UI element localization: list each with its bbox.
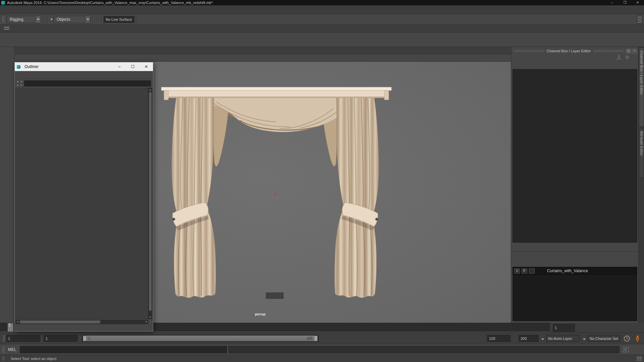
panel-drag-handle[interactable]: [593, 50, 624, 52]
outliner-menu-bar: [15, 71, 153, 79]
range-slider-bar[interactable]: 1 120: [83, 336, 318, 341]
playback-start-field[interactable]: 1: [44, 335, 78, 342]
outliner-title: Outliner: [24, 64, 39, 69]
range-start-handle[interactable]: [83, 336, 87, 341]
character-set-selector[interactable]: No Character Set: [588, 335, 620, 342]
mask-mode-arrow-icon[interactable]: [50, 19, 53, 21]
layer-list: V P Curtains_with_Valance: [513, 267, 637, 321]
character-set-dropdown-icon[interactable]: [583, 339, 586, 341]
layer-editor: V P Curtains_with_Valance: [511, 243, 638, 323]
menu-set-selector[interactable]: Rigging: [7, 16, 41, 23]
close-button[interactable]: ✕: [631, 0, 644, 5]
layer-playback-toggle[interactable]: P: [522, 268, 527, 274]
command-input[interactable]: [20, 346, 227, 353]
range-end-handle[interactable]: [314, 336, 318, 341]
outliner-horizontal-scrollbar[interactable]: [15, 320, 148, 324]
close-icon[interactable]: ✕: [632, 49, 637, 53]
scroll-left-icon[interactable]: [16, 320, 19, 323]
command-line: MEL: [0, 344, 644, 355]
outliner-minimize-button[interactable]: –: [113, 64, 126, 69]
scroll-down-icon[interactable]: [149, 315, 152, 319]
script-editor-icon[interactable]: [623, 347, 629, 352]
selection-mask-selector[interactable]: Objects: [54, 16, 91, 23]
anim-layer-dropdown-icon[interactable]: [541, 339, 544, 341]
help-line-handle[interactable]: [2, 356, 5, 361]
panel-drag-handle[interactable]: [514, 50, 544, 52]
panel-header: Channel Box / Layer Editor ✕: [511, 48, 638, 54]
minimize-button[interactable]: –: [606, 0, 619, 5]
scroll-up-icon[interactable]: [149, 88, 152, 92]
selection-filter-icon[interactable]: [17, 81, 22, 86]
animation-end-field[interactable]: 200: [519, 335, 539, 342]
animation-preferences-icon[interactable]: [633, 335, 641, 343]
maya-logo-icon: [1, 1, 5, 5]
layer-color-swatch[interactable]: [538, 268, 544, 274]
outliner-window[interactable]: Outliner – ☐ ✕: [15, 62, 153, 331]
outliner-close-button[interactable]: ✕: [140, 64, 153, 69]
channel-box-content[interactable]: [513, 69, 637, 243]
window-title: Autodesk Maya 2016: C:\Users\Torezone\De…: [7, 1, 213, 5]
panel-title: Channel Box / Layer Editor: [547, 49, 591, 53]
horizontal-scroll-thumb[interactable]: [20, 320, 100, 323]
outliner-search-input[interactable]: [24, 80, 151, 86]
side-tab-attribute-editor[interactable]: Attribute Editor: [639, 128, 644, 178]
viewport-camera-label: persp: [255, 312, 266, 316]
speed-state-icon[interactable]: [625, 55, 630, 60]
auto-keyframe-icon[interactable]: [623, 335, 631, 342]
range-slider-row: 1 1 1 120 120 200 No Anim Layer No Chara…: [0, 333, 644, 344]
ui-elements-toggle-icon[interactable]: [637, 15, 643, 24]
outliner-tree[interactable]: [15, 88, 148, 319]
command-line-handle[interactable]: [2, 346, 5, 353]
layer-visibility-toggle[interactable]: V: [514, 268, 520, 274]
command-result: [228, 346, 620, 353]
range-end-label: 120: [307, 337, 312, 340]
command-line-mode-label[interactable]: MEL: [8, 347, 16, 352]
status-line: Rigging Objects No Live Surface: [0, 14, 644, 25]
layer-row[interactable]: V P Curtains_with_Valance: [513, 267, 637, 275]
shelf-menu-icon[interactable]: [4, 26, 11, 31]
outliner-search-row: [15, 79, 153, 88]
current-frame-field[interactable]: 1: [553, 324, 575, 332]
playback-end-field[interactable]: 120: [487, 335, 511, 342]
layer-name[interactable]: Curtains_with_Valance: [547, 268, 588, 273]
help-line: Select Tool: select an object: [0, 355, 644, 362]
layer-display-type-toggle[interactable]: [529, 268, 535, 274]
main-menu-bar: [0, 5, 644, 14]
outliner-title-bar[interactable]: Outliner – ☐ ✕: [15, 62, 153, 71]
chevron-down-icon: [85, 16, 90, 23]
manipulator-axis-icon[interactable]: [615, 54, 622, 60]
viewport-menu-bar: [15, 47, 511, 54]
vertical-scroll-thumb[interactable]: [149, 92, 152, 311]
help-line-text: Select Tool: select an object: [11, 357, 56, 361]
outliner-maximize-button[interactable]: ☐: [126, 64, 140, 69]
pop-out-icon[interactable]: [626, 49, 631, 53]
outliner-vertical-scrollbar[interactable]: [148, 88, 152, 319]
channel-box-menu-bar: [511, 61, 638, 68]
toolbox: [0, 47, 15, 323]
channel-box-layer-editor-panel: Channel Box / Layer Editor ✕ V P Curtain…: [511, 47, 638, 323]
scroll-right-icon[interactable]: [145, 320, 148, 323]
status-line-handle[interactable]: [2, 16, 5, 23]
range-start-label: 1: [88, 337, 90, 340]
shelf-icon-row: [0, 33, 644, 47]
range-slider-track[interactable]: 1 120: [82, 335, 319, 342]
shelf-tab-bar: [0, 25, 644, 33]
outliner-window-icon: [17, 65, 20, 69]
maximize-button[interactable]: ❐: [619, 0, 631, 5]
title-bar: Autodesk Maya 2016: C:\Users\Torezone\De…: [0, 0, 644, 5]
chevron-down-icon: [35, 16, 41, 23]
maya-application-window: Autodesk Maya 2016: C:\Users\Torezone\De…: [0, 0, 644, 362]
quick-help-icon[interactable]: [637, 356, 642, 361]
anim-layer-selector[interactable]: No Anim Layer: [546, 335, 580, 342]
live-surface-field[interactable]: No Live Surface: [104, 16, 135, 23]
panel-side-strip: Channel Box / Layer Editor Attribute Edi…: [638, 47, 644, 323]
animation-start-field[interactable]: 1: [6, 335, 40, 342]
playback-controls: [580, 323, 644, 333]
viewport-icon-bar: [15, 54, 511, 62]
range-row-handle[interactable]: [3, 335, 5, 342]
side-tab-channel-box[interactable]: Channel Box / Layer Editor: [639, 48, 644, 127]
time-slider-playhead[interactable]: 1: [8, 323, 13, 333]
